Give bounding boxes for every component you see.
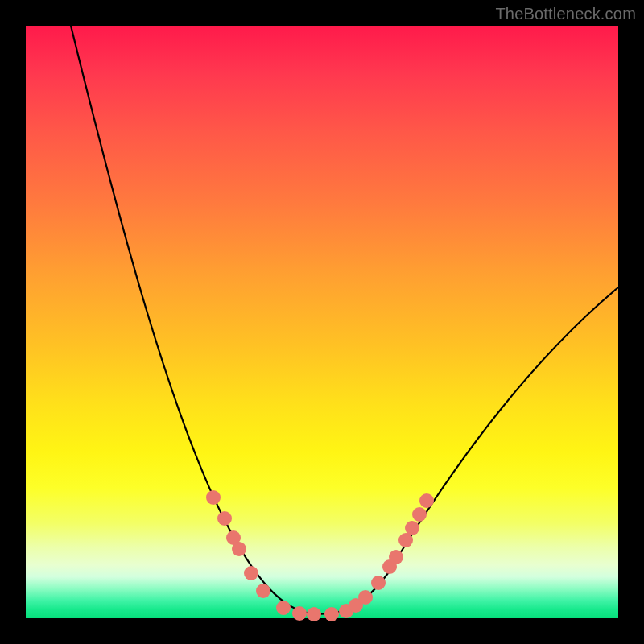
chart-frame: TheBottleneck.com [0, 0, 644, 644]
data-point [292, 606, 307, 621]
data-point [217, 511, 232, 526]
data-point [324, 607, 339, 621]
data-point [256, 584, 270, 598]
data-point [358, 590, 373, 605]
data-point [389, 550, 403, 564]
plot-area [26, 26, 618, 618]
data-point [307, 607, 321, 621]
data-point [419, 493, 434, 508]
data-point [371, 576, 386, 590]
data-point [232, 542, 246, 556]
curve-layer [26, 26, 618, 618]
data-point [244, 566, 258, 580]
data-point [412, 507, 427, 522]
data-point [276, 601, 291, 615]
data-point [405, 521, 419, 535]
watermark-text: TheBottleneck.com [495, 5, 636, 23]
data-points [206, 490, 434, 621]
data-point [206, 490, 221, 505]
bottleneck-curve [71, 26, 618, 614]
